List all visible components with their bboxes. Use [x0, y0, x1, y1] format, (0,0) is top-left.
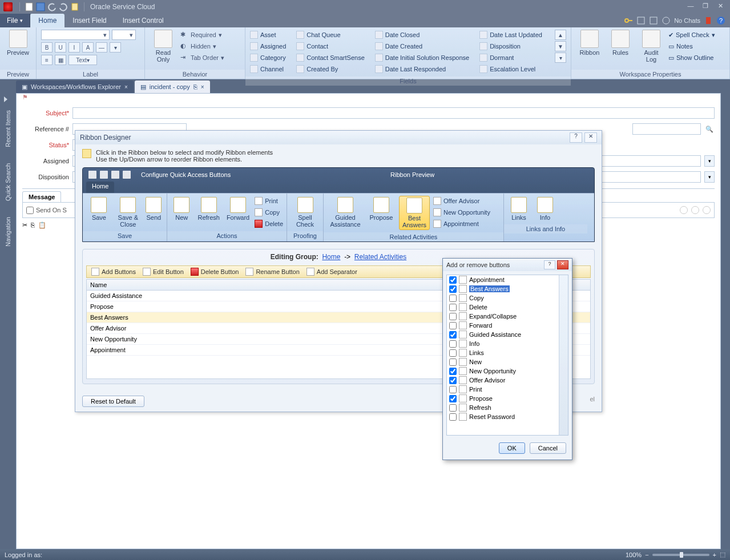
new-opportunity-button[interactable]: New Opportunity [433, 207, 490, 217]
remove-icon[interactable] [691, 206, 699, 214]
dialog-close-button[interactable]: ✕ [557, 260, 568, 269]
checkbox-offer-advisor[interactable]: Offer Advisor [447, 376, 568, 385]
checkbox-info[interactable]: Info [447, 339, 568, 348]
ribbon-button[interactable]: Ribbon [576, 30, 603, 56]
info-button[interactable]: Info [534, 196, 556, 222]
field-link[interactable]: Category [250, 53, 286, 63]
qa-undo-icon[interactable] [47, 2, 57, 11]
tab-insert-field[interactable]: Insert Field [64, 14, 114, 27]
zoom-in-button[interactable]: + [713, 551, 716, 558]
fields-up[interactable]: ▲ [555, 30, 566, 40]
more-button[interactable]: ▾ [110, 42, 121, 53]
read-only-button[interactable]: Read Only [150, 30, 177, 63]
preview-button[interactable]: Preview [5, 30, 31, 56]
qa-paste-icon[interactable] [70, 2, 79, 11]
scrollbar[interactable] [559, 275, 568, 435]
checkbox-new[interactable]: New [447, 357, 568, 366]
audit-log-button[interactable]: Audit Log [638, 30, 665, 63]
appointment-button[interactable]: Appointment [433, 219, 490, 229]
checkbox-refresh[interactable]: Refresh [447, 403, 568, 412]
field-link[interactable]: Date Last Responded [375, 64, 469, 74]
field-link[interactable]: Date Closed [375, 30, 469, 40]
pin-icon[interactable]: ⎘ [193, 83, 197, 90]
qa-print-icon[interactable] [123, 171, 131, 179]
cut-icon[interactable]: ✂ [22, 221, 27, 229]
font-family-dropdown[interactable]: ▾ [41, 30, 110, 40]
toolbar-add-buttons[interactable]: Add Buttons [91, 268, 136, 276]
search-icon[interactable]: 🔍 [704, 124, 715, 134]
copy-icon[interactable]: ⎘ [31, 221, 35, 229]
checkbox-links[interactable]: Links [447, 348, 568, 357]
toolbar-add-separator[interactable]: Add Separator [306, 268, 357, 276]
field-link[interactable]: Chat Queue [296, 30, 365, 40]
field-link[interactable]: Created By [296, 64, 365, 74]
minimize-button[interactable]: — [684, 2, 697, 11]
key-icon[interactable] [624, 16, 633, 25]
add-icon[interactable] [680, 206, 688, 214]
checkbox-appointment[interactable]: Appointment [447, 275, 568, 284]
save-button[interactable]: Save [86, 196, 112, 222]
field-link[interactable]: Contact [296, 41, 365, 51]
alert-icon[interactable] [704, 16, 713, 25]
fields-down[interactable]: ▼ [555, 41, 566, 51]
restore-button[interactable]: ❐ [699, 2, 712, 11]
tool1-icon[interactable] [636, 16, 646, 25]
new-button[interactable]: New [171, 196, 193, 222]
qa-save-icon[interactable] [36, 2, 45, 11]
preview-tab-home[interactable]: Home [86, 182, 114, 193]
field-link[interactable]: Escalation Level [479, 64, 542, 74]
configure-qa-label[interactable]: Configure Quick Access Buttons [136, 171, 231, 178]
bold-button[interactable]: B [41, 42, 53, 53]
help-icon[interactable]: ? [716, 16, 725, 25]
checkbox-best-answers[interactable]: Best Answers [447, 284, 568, 293]
subject-input[interactable] [72, 107, 715, 119]
refresh-button[interactable]: Refresh [196, 196, 221, 222]
field-link[interactable]: Contact SmartSense [296, 53, 365, 63]
zoom-slider[interactable] [652, 554, 709, 556]
tab-order-button[interactable]: ⇥Tab Order▾ [180, 53, 224, 63]
zoom-out-button[interactable]: − [645, 551, 648, 558]
tab-insert-control[interactable]: Insert Control [115, 14, 172, 27]
close-icon[interactable]: × [124, 84, 128, 90]
qa-redo-icon[interactable] [59, 2, 68, 11]
qa-new-icon[interactable] [25, 2, 34, 11]
cancel-button[interactable]: Cancel [530, 442, 566, 454]
links-button[interactable]: Links [507, 196, 530, 222]
chat-icon[interactable] [662, 16, 671, 25]
paste-icon[interactable]: 📋 [38, 221, 46, 229]
toolbar-rename-button[interactable]: Rename Button [245, 268, 299, 276]
font-color-button[interactable]: A [82, 42, 94, 53]
right-scrollbar[interactable] [721, 79, 730, 549]
doctab-workspaces[interactable]: ▣Workspaces/Workflows Explorer× [16, 80, 134, 93]
qa-new-icon[interactable] [88, 171, 96, 179]
checkbox-propose[interactable]: Propose [447, 394, 568, 403]
save-close-button[interactable]: Save & Close [115, 196, 141, 229]
spell-check-button[interactable]: ✔Spell Check▾ [668, 30, 715, 40]
doctab-incident[interactable]: ▤incident - copy⎘× [135, 80, 210, 93]
help-button[interactable]: ? [544, 260, 555, 269]
field-link[interactable]: Date Initial Solution Response [375, 53, 469, 63]
spell-check-button[interactable]: Spell Check [291, 196, 320, 229]
close-icon[interactable]: × [201, 84, 204, 90]
forward-button[interactable]: Forward [225, 196, 251, 222]
disposition-dropdown[interactable]: ▾ [704, 171, 715, 183]
checkbox-new-opportunity[interactable]: New Opportunity [447, 366, 568, 376]
field-link[interactable]: Disposition [479, 41, 542, 51]
checkbox-expand-collapse[interactable]: Expand/Collapse [447, 312, 568, 321]
best-answers-button[interactable]: Best Answers [399, 196, 430, 230]
propose-button[interactable]: Propose [367, 196, 396, 222]
send-button[interactable]: Send [144, 196, 163, 222]
sidebar-navigation[interactable]: Navigation [2, 209, 14, 255]
field-link[interactable]: Date Last Updated [479, 30, 542, 40]
field-link[interactable]: Channel [250, 64, 286, 74]
copy-button[interactable]: Copy [255, 207, 283, 217]
reset-button[interactable]: Reset to Default [82, 396, 144, 407]
zoom-fit-button[interactable]: ⬚ [720, 551, 725, 558]
qa-save-icon[interactable] [100, 171, 108, 179]
toolbar-delete-button[interactable]: Delete Button [191, 268, 239, 276]
dialog-close-button[interactable]: ✕ [584, 132, 597, 143]
sidebar-quick-search[interactable]: Quick Search [2, 155, 14, 209]
checkbox-guided-assistance[interactable]: Guided Assistance [447, 330, 568, 339]
checkbox-delete[interactable]: Delete [447, 303, 568, 312]
fields-more[interactable]: ▾ [555, 53, 566, 63]
